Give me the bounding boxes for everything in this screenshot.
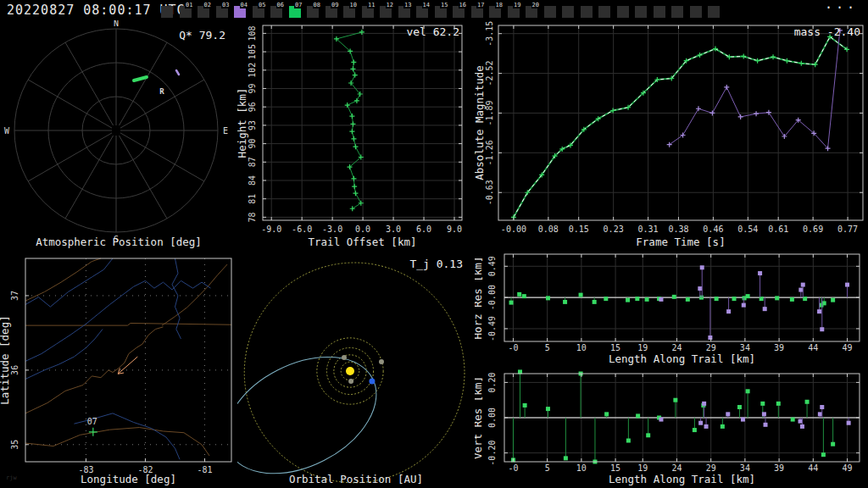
svg-text:0.54: 0.54 xyxy=(737,225,758,234)
frame-square-12[interactable]: 12 xyxy=(380,6,392,18)
svg-text:-2.52: -2.52 xyxy=(485,61,494,86)
timestamp: 20220827 08:00:17 UTC xyxy=(7,3,186,18)
atmospheric-position-chart: NSEWZRQ* 79.2Atmospheric Position [deg] xyxy=(0,20,237,251)
svg-text:34: 34 xyxy=(740,343,750,352)
frame-square-label: 03 xyxy=(221,2,230,8)
svg-text:-0.63: -0.63 xyxy=(485,180,494,205)
frame-square-11[interactable]: 11 xyxy=(362,6,374,18)
svg-text:93: 93 xyxy=(248,120,257,130)
frame-square-label: 02 xyxy=(203,2,212,8)
svg-text:34: 34 xyxy=(740,463,750,473)
frame-square-13[interactable]: 13 xyxy=(398,6,410,18)
svg-text:0.38: 0.38 xyxy=(668,225,688,234)
svg-text:3.0: 3.0 xyxy=(386,225,401,234)
svg-text:0.31: 0.31 xyxy=(638,225,659,234)
planet-orbits xyxy=(244,263,465,483)
frame-square-18[interactable]: 18 xyxy=(489,6,501,18)
frame-square-label: 16 xyxy=(459,2,467,8)
x-axis-label: Length Along Trail [km] xyxy=(609,473,755,485)
svg-text:6.0: 6.0 xyxy=(416,225,431,234)
svg-text:78: 78 xyxy=(248,212,257,222)
svg-text:19: 19 xyxy=(637,343,648,352)
frame-square-label: 04 xyxy=(240,2,248,8)
svg-text:0.00: 0.00 xyxy=(487,408,497,428)
compass-north: N xyxy=(114,20,119,28)
svg-text:-3.0: -3.0 xyxy=(322,225,342,234)
frame-square-14[interactable]: 14 xyxy=(416,6,428,18)
frame-square-blank-24[interactable] xyxy=(598,6,610,18)
frame-square-17[interactable]: 17 xyxy=(471,6,483,18)
svg-text:-1.26: -1.26 xyxy=(485,140,494,165)
frame-square-label: 09 xyxy=(331,2,339,8)
frame-square-label: 05 xyxy=(258,2,266,8)
frame-square-07[interactable]: 07 xyxy=(289,6,301,18)
station-label: 07 xyxy=(87,417,97,426)
tick-marks xyxy=(263,25,462,220)
frame-square-blank-30[interactable] xyxy=(708,6,720,18)
svg-text:29: 29 xyxy=(706,463,716,473)
frame-square-10[interactable]: 10 xyxy=(343,6,355,18)
tick-labels: -83-82-81353637 xyxy=(10,291,213,474)
chart-title: Q* 79.2 xyxy=(179,29,225,42)
frame-square-15[interactable]: 15 xyxy=(435,6,447,18)
y-axis-label: Latitude [deg] xyxy=(0,315,11,404)
frame-square-06[interactable]: 06 xyxy=(270,6,282,18)
svg-text:-0: -0 xyxy=(508,343,518,352)
tick-marks xyxy=(25,296,204,462)
frame-square-blank-21[interactable] xyxy=(544,6,556,18)
svg-text:-0.00: -0.00 xyxy=(501,225,526,234)
frame-square-05[interactable]: 05 xyxy=(253,6,264,18)
frame-square-blank-28[interactable] xyxy=(671,6,683,18)
frame-square-label: 01 xyxy=(185,2,193,8)
frame-square-01[interactable]: 01 xyxy=(180,6,192,18)
frame-square-02[interactable]: 02 xyxy=(198,6,209,18)
tick-marks xyxy=(498,25,863,220)
earth-marker xyxy=(369,378,375,384)
svg-text:10: 10 xyxy=(576,463,587,473)
frame-square-09[interactable]: 09 xyxy=(326,6,337,18)
svg-text:0.61: 0.61 xyxy=(768,225,788,234)
frame-square-blank-22[interactable] xyxy=(562,6,574,18)
frame-square-08[interactable]: 08 xyxy=(307,6,319,18)
frame-square-label: 14 xyxy=(422,2,431,8)
frame-square-label: 19 xyxy=(513,2,521,8)
panel-vertical-residuals: -051015192429343944490.200.00-0.20Length… xyxy=(475,369,868,488)
panel-light-curve: -0.000.080.150.230.310.380.460.540.610.6… xyxy=(475,20,868,251)
svg-text:35: 35 xyxy=(10,440,19,450)
frame-square-03[interactable]: 03 xyxy=(216,6,228,18)
horz-res-chart: -051015192429343944490.49-0.00-0.49Lengt… xyxy=(475,251,868,369)
series-lightcurve xyxy=(511,34,849,219)
planet-marker-venus xyxy=(342,355,347,360)
frame-square-blank-0[interactable] xyxy=(161,6,173,18)
frame-square-19[interactable]: 19 xyxy=(508,6,520,18)
frame-square-04[interactable]: 04 xyxy=(234,6,246,18)
frame-square-label: 08 xyxy=(313,2,321,8)
sun-marker xyxy=(346,367,354,375)
svg-text:-3.15: -3.15 xyxy=(485,21,494,47)
frame-square-blank-25[interactable] xyxy=(617,6,629,18)
more-menu-button[interactable]: ··· xyxy=(825,0,858,15)
svg-text:-0.20: -0.20 xyxy=(487,441,497,466)
svg-text:0.69: 0.69 xyxy=(803,225,823,234)
frame-square-blank-29[interactable] xyxy=(690,6,702,18)
panel-horizontal-residuals: -051015192429343944490.49-0.00-0.49Lengt… xyxy=(475,251,868,369)
tick-labels: -051015192429343944490.200.00-0.20 xyxy=(487,372,853,473)
svg-text:5: 5 xyxy=(545,463,550,473)
frame-square-16[interactable]: 16 xyxy=(453,6,465,18)
svg-text:44: 44 xyxy=(808,343,818,352)
svg-text:24: 24 xyxy=(671,343,682,352)
frame-square-20[interactable]: 20 xyxy=(526,6,537,18)
series-station-07 xyxy=(509,292,836,308)
x-axis-label: Orbital Position [AU] xyxy=(289,473,423,485)
svg-text:-0: -0 xyxy=(508,463,518,473)
frame-square-label: 18 xyxy=(495,2,504,8)
frame-square-blank-26[interactable] xyxy=(635,6,647,18)
svg-text:36: 36 xyxy=(10,365,19,375)
svg-text:39: 39 xyxy=(774,463,784,473)
series-station-07 xyxy=(511,369,835,463)
svg-text:0.20: 0.20 xyxy=(487,372,497,392)
frame-square-blank-27[interactable] xyxy=(654,6,665,18)
svg-text:-0.49: -0.49 xyxy=(487,316,497,341)
frame-square-blank-23[interactable] xyxy=(581,6,593,18)
frame-square-label: 13 xyxy=(403,2,412,8)
